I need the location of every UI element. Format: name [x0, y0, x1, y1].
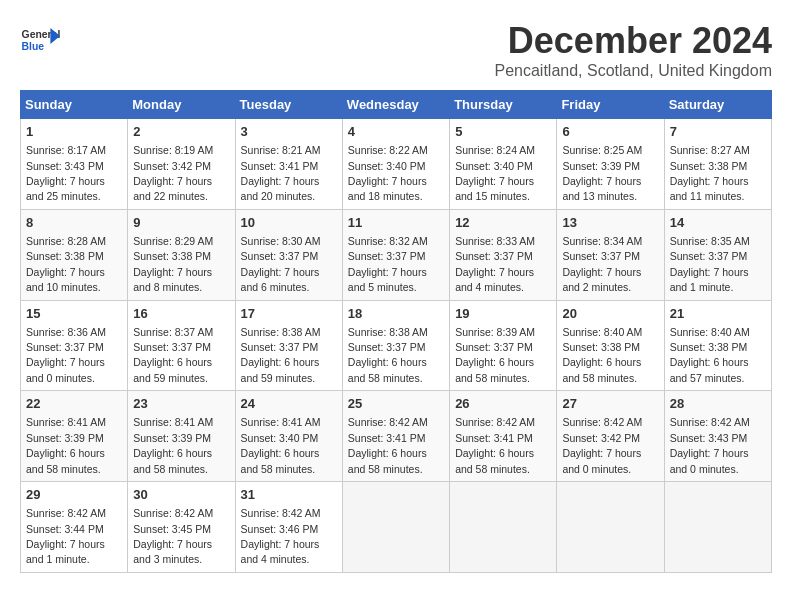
weekday-header-saturday: Saturday — [664, 91, 771, 119]
day-info: Sunrise: 8:42 AMSunset: 3:46 PMDaylight:… — [241, 507, 321, 565]
calendar-cell: 6 Sunrise: 8:25 AMSunset: 3:39 PMDayligh… — [557, 119, 664, 210]
calendar-cell: 17 Sunrise: 8:38 AMSunset: 3:37 PMDaylig… — [235, 300, 342, 391]
day-number: 14 — [670, 214, 766, 232]
calendar-cell: 10 Sunrise: 8:30 AMSunset: 3:37 PMDaylig… — [235, 209, 342, 300]
calendar-cell: 26 Sunrise: 8:42 AMSunset: 3:41 PMDaylig… — [450, 391, 557, 482]
weekday-header-monday: Monday — [128, 91, 235, 119]
weekday-header-tuesday: Tuesday — [235, 91, 342, 119]
day-info: Sunrise: 8:41 AMSunset: 3:39 PMDaylight:… — [26, 416, 106, 474]
calendar-cell: 16 Sunrise: 8:37 AMSunset: 3:37 PMDaylig… — [128, 300, 235, 391]
calendar-cell: 25 Sunrise: 8:42 AMSunset: 3:41 PMDaylig… — [342, 391, 449, 482]
day-info: Sunrise: 8:40 AMSunset: 3:38 PMDaylight:… — [562, 326, 642, 384]
day-number: 21 — [670, 305, 766, 323]
day-number: 5 — [455, 123, 551, 141]
day-info: Sunrise: 8:37 AMSunset: 3:37 PMDaylight:… — [133, 326, 213, 384]
day-info: Sunrise: 8:38 AMSunset: 3:37 PMDaylight:… — [348, 326, 428, 384]
day-info: Sunrise: 8:41 AMSunset: 3:40 PMDaylight:… — [241, 416, 321, 474]
calendar-cell: 27 Sunrise: 8:42 AMSunset: 3:42 PMDaylig… — [557, 391, 664, 482]
calendar-cell: 4 Sunrise: 8:22 AMSunset: 3:40 PMDayligh… — [342, 119, 449, 210]
weekday-header-wednesday: Wednesday — [342, 91, 449, 119]
calendar-cell — [557, 482, 664, 573]
calendar-week-1: 1 Sunrise: 8:17 AMSunset: 3:43 PMDayligh… — [21, 119, 772, 210]
calendar-cell: 29 Sunrise: 8:42 AMSunset: 3:44 PMDaylig… — [21, 482, 128, 573]
day-info: Sunrise: 8:27 AMSunset: 3:38 PMDaylight:… — [670, 144, 750, 202]
calendar-week-2: 8 Sunrise: 8:28 AMSunset: 3:38 PMDayligh… — [21, 209, 772, 300]
logo: General Blue — [20, 20, 64, 60]
calendar-cell: 24 Sunrise: 8:41 AMSunset: 3:40 PMDaylig… — [235, 391, 342, 482]
location-title: Pencaitland, Scotland, United Kingdom — [494, 62, 772, 80]
calendar-cell: 23 Sunrise: 8:41 AMSunset: 3:39 PMDaylig… — [128, 391, 235, 482]
day-info: Sunrise: 8:21 AMSunset: 3:41 PMDaylight:… — [241, 144, 321, 202]
day-info: Sunrise: 8:30 AMSunset: 3:37 PMDaylight:… — [241, 235, 321, 293]
calendar-cell: 11 Sunrise: 8:32 AMSunset: 3:37 PMDaylig… — [342, 209, 449, 300]
weekday-header-thursday: Thursday — [450, 91, 557, 119]
day-number: 10 — [241, 214, 337, 232]
calendar-table: SundayMondayTuesdayWednesdayThursdayFrid… — [20, 90, 772, 573]
weekday-header-friday: Friday — [557, 91, 664, 119]
day-info: Sunrise: 8:39 AMSunset: 3:37 PMDaylight:… — [455, 326, 535, 384]
day-info: Sunrise: 8:35 AMSunset: 3:37 PMDaylight:… — [670, 235, 750, 293]
calendar-cell — [664, 482, 771, 573]
day-info: Sunrise: 8:42 AMSunset: 3:44 PMDaylight:… — [26, 507, 106, 565]
day-number: 18 — [348, 305, 444, 323]
day-number: 11 — [348, 214, 444, 232]
calendar-cell: 20 Sunrise: 8:40 AMSunset: 3:38 PMDaylig… — [557, 300, 664, 391]
calendar-cell: 2 Sunrise: 8:19 AMSunset: 3:42 PMDayligh… — [128, 119, 235, 210]
title-block: December 2024 Pencaitland, Scotland, Uni… — [494, 20, 772, 80]
day-info: Sunrise: 8:42 AMSunset: 3:41 PMDaylight:… — [455, 416, 535, 474]
calendar-cell: 28 Sunrise: 8:42 AMSunset: 3:43 PMDaylig… — [664, 391, 771, 482]
day-number: 1 — [26, 123, 122, 141]
day-number: 24 — [241, 395, 337, 413]
day-number: 3 — [241, 123, 337, 141]
calendar-cell: 1 Sunrise: 8:17 AMSunset: 3:43 PMDayligh… — [21, 119, 128, 210]
day-info: Sunrise: 8:40 AMSunset: 3:38 PMDaylight:… — [670, 326, 750, 384]
day-info: Sunrise: 8:32 AMSunset: 3:37 PMDaylight:… — [348, 235, 428, 293]
calendar-cell: 30 Sunrise: 8:42 AMSunset: 3:45 PMDaylig… — [128, 482, 235, 573]
calendar-cell: 19 Sunrise: 8:39 AMSunset: 3:37 PMDaylig… — [450, 300, 557, 391]
calendar-cell — [450, 482, 557, 573]
day-number: 19 — [455, 305, 551, 323]
day-info: Sunrise: 8:33 AMSunset: 3:37 PMDaylight:… — [455, 235, 535, 293]
calendar-cell: 7 Sunrise: 8:27 AMSunset: 3:38 PMDayligh… — [664, 119, 771, 210]
calendar-cell: 18 Sunrise: 8:38 AMSunset: 3:37 PMDaylig… — [342, 300, 449, 391]
month-title: December 2024 — [494, 20, 772, 62]
svg-text:Blue: Blue — [22, 41, 45, 52]
day-number: 2 — [133, 123, 229, 141]
day-number: 17 — [241, 305, 337, 323]
calendar-cell: 8 Sunrise: 8:28 AMSunset: 3:38 PMDayligh… — [21, 209, 128, 300]
day-info: Sunrise: 8:42 AMSunset: 3:43 PMDaylight:… — [670, 416, 750, 474]
day-number: 26 — [455, 395, 551, 413]
day-number: 28 — [670, 395, 766, 413]
day-number: 15 — [26, 305, 122, 323]
day-info: Sunrise: 8:17 AMSunset: 3:43 PMDaylight:… — [26, 144, 106, 202]
day-info: Sunrise: 8:19 AMSunset: 3:42 PMDaylight:… — [133, 144, 213, 202]
day-number: 22 — [26, 395, 122, 413]
day-info: Sunrise: 8:36 AMSunset: 3:37 PMDaylight:… — [26, 326, 106, 384]
day-info: Sunrise: 8:24 AMSunset: 3:40 PMDaylight:… — [455, 144, 535, 202]
page-header: General Blue December 2024 Pencaitland, … — [20, 20, 772, 80]
weekday-header-sunday: Sunday — [21, 91, 128, 119]
day-number: 25 — [348, 395, 444, 413]
day-info: Sunrise: 8:22 AMSunset: 3:40 PMDaylight:… — [348, 144, 428, 202]
calendar-cell: 31 Sunrise: 8:42 AMSunset: 3:46 PMDaylig… — [235, 482, 342, 573]
day-info: Sunrise: 8:41 AMSunset: 3:39 PMDaylight:… — [133, 416, 213, 474]
day-number: 16 — [133, 305, 229, 323]
day-info: Sunrise: 8:42 AMSunset: 3:41 PMDaylight:… — [348, 416, 428, 474]
day-info: Sunrise: 8:29 AMSunset: 3:38 PMDaylight:… — [133, 235, 213, 293]
calendar-cell: 9 Sunrise: 8:29 AMSunset: 3:38 PMDayligh… — [128, 209, 235, 300]
calendar-cell — [342, 482, 449, 573]
day-number: 8 — [26, 214, 122, 232]
calendar-cell: 12 Sunrise: 8:33 AMSunset: 3:37 PMDaylig… — [450, 209, 557, 300]
calendar-week-3: 15 Sunrise: 8:36 AMSunset: 3:37 PMDaylig… — [21, 300, 772, 391]
calendar-cell: 15 Sunrise: 8:36 AMSunset: 3:37 PMDaylig… — [21, 300, 128, 391]
day-number: 27 — [562, 395, 658, 413]
day-number: 13 — [562, 214, 658, 232]
weekday-header-row: SundayMondayTuesdayWednesdayThursdayFrid… — [21, 91, 772, 119]
calendar-cell: 13 Sunrise: 8:34 AMSunset: 3:37 PMDaylig… — [557, 209, 664, 300]
day-number: 9 — [133, 214, 229, 232]
day-number: 7 — [670, 123, 766, 141]
calendar-week-4: 22 Sunrise: 8:41 AMSunset: 3:39 PMDaylig… — [21, 391, 772, 482]
day-number: 23 — [133, 395, 229, 413]
day-info: Sunrise: 8:28 AMSunset: 3:38 PMDaylight:… — [26, 235, 106, 293]
calendar-cell: 22 Sunrise: 8:41 AMSunset: 3:39 PMDaylig… — [21, 391, 128, 482]
